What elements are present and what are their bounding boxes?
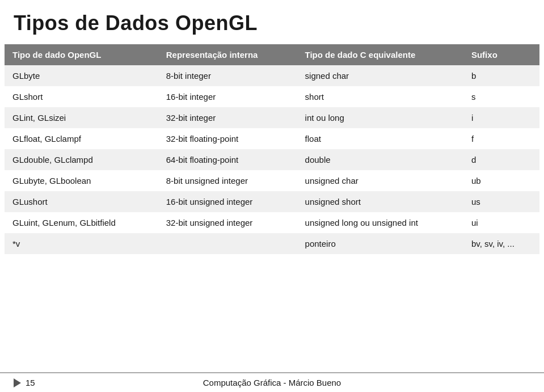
cell-8-1 (158, 233, 297, 254)
cell-6-2: unsigned short (297, 191, 463, 212)
cell-6-0: GLushort (5, 191, 158, 212)
cell-3-0: GLfloat, GLclampf (5, 128, 158, 149)
col-header-0: Tipo de dado OpenGL (5, 44, 158, 65)
col-header-2: Tipo de dado C equivalente (297, 44, 463, 65)
cell-6-3: us (463, 191, 539, 212)
col-header-3: Sufixo (463, 44, 539, 65)
cell-5-2: unsigned char (297, 170, 463, 191)
cell-4-2: double (297, 149, 463, 170)
cell-5-1: 8-bit unsigned integer (158, 170, 297, 191)
cell-5-3: ub (463, 170, 539, 191)
cell-0-1: 8-bit integer (158, 65, 297, 86)
cell-7-2: unsigned long ou unsigned int (297, 212, 463, 233)
cell-3-3: f (463, 128, 539, 149)
table-row: GLint, GLsizei32-bit integerint ou longi (5, 107, 539, 128)
cell-4-0: GLdouble, GLclampd (5, 149, 158, 170)
cell-1-0: GLshort (5, 86, 158, 107)
cell-1-2: short (297, 86, 463, 107)
table-row: *vponteirobv, sv, iv, ... (5, 233, 539, 254)
cell-3-1: 32-bit floating-point (158, 128, 297, 149)
table-row: GLushort16-bit unsigned integerunsigned … (5, 191, 539, 212)
table-row: GLubyte, GLboolean8-bit unsigned integer… (5, 170, 539, 191)
table-row: GLdouble, GLclampd64-bit floating-pointd… (5, 149, 539, 170)
page-number: 15 (26, 378, 35, 387)
footer-center-text: Computação Gráfica - Márcio Bueno (203, 378, 341, 387)
table-row: GLuint, GLenum, GLbitfield32-bit unsigne… (5, 212, 539, 233)
cell-1-3: s (463, 86, 539, 107)
cell-0-3: b (463, 65, 539, 86)
data-table: Tipo de dado OpenGL Representação intern… (5, 44, 539, 254)
cell-5-0: GLubyte, GLboolean (5, 170, 158, 191)
cell-2-2: int ou long (297, 107, 463, 128)
cell-8-2: ponteiro (297, 233, 463, 254)
cell-2-3: i (463, 107, 539, 128)
cell-2-0: GLint, GLsizei (5, 107, 158, 128)
footer: 15 Computação Gráfica - Márcio Bueno (0, 372, 544, 392)
col-header-1: Representação interna (158, 44, 297, 65)
cell-8-0: *v (5, 233, 158, 254)
footer-page: 15 (14, 378, 35, 387)
table-row: GLbyte8-bit integersigned charb (5, 65, 539, 86)
cell-3-2: float (297, 128, 463, 149)
table-container: Tipo de dado OpenGL Representação intern… (0, 44, 544, 370)
cell-7-0: GLuint, GLenum, GLbitfield (5, 212, 158, 233)
cell-4-3: d (463, 149, 539, 170)
play-icon (14, 378, 21, 387)
cell-8-3: bv, sv, iv, ... (463, 233, 539, 254)
cell-7-1: 32-bit unsigned integer (158, 212, 297, 233)
table-header-row: Tipo de dado OpenGL Representação intern… (5, 44, 539, 65)
table-row: GLfloat, GLclampf32-bit floating-pointfl… (5, 128, 539, 149)
cell-6-1: 16-bit unsigned integer (158, 191, 297, 212)
cell-0-0: GLbyte (5, 65, 158, 86)
cell-2-1: 32-bit integer (158, 107, 297, 128)
table-row: GLshort16-bit integershorts (5, 86, 539, 107)
cell-7-3: ui (463, 212, 539, 233)
cell-0-2: signed char (297, 65, 463, 86)
cell-4-1: 64-bit floating-point (158, 149, 297, 170)
page-title: Tipos de Dados OpenGL (0, 0, 544, 44)
cell-1-1: 16-bit integer (158, 86, 297, 107)
